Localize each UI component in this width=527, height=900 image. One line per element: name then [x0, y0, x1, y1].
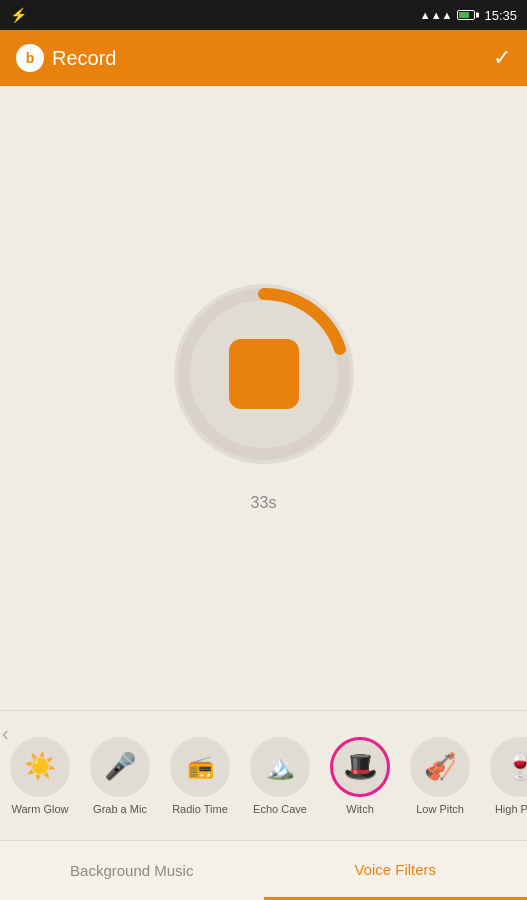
low-pitch-icon-wrap: 🎻	[410, 737, 470, 797]
filter-item-low-pitch[interactable]: 🎻 Low Pitch	[400, 737, 480, 815]
radio-time-icon-wrap: 📻	[170, 737, 230, 797]
app-bar: b Record ✓	[0, 30, 527, 86]
echo-cave-icon-wrap: 🏔️	[250, 737, 310, 797]
witch-label: Witch	[346, 803, 374, 815]
violin-icon: 🎻	[424, 751, 456, 782]
witch-icon-wrap: 🎩	[330, 737, 390, 797]
app-bar-left: b Record	[16, 44, 116, 72]
high-pitch-label: High Pitch	[495, 803, 527, 815]
timer-display: 33s	[251, 494, 277, 512]
landscape-icon: 🏔️	[265, 753, 295, 781]
grab-a-mic-label: Grab a Mic	[93, 803, 147, 815]
sun-icon: ☀️	[24, 751, 56, 782]
status-bar: ⚡ ▲▲▲ 15:35	[0, 0, 527, 30]
filter-item-witch[interactable]: 🎩 Witch	[320, 737, 400, 815]
filter-item-high-pitch[interactable]: 🍷 High Pitch	[480, 737, 527, 815]
status-bar-right: ▲▲▲ 15:35	[420, 8, 517, 23]
filter-item-warm-glow[interactable]: ☀️ Warm Glow	[0, 737, 80, 815]
echo-cave-label: Echo Cave	[253, 803, 307, 815]
grab-a-mic-icon-wrap: 🎤	[90, 737, 150, 797]
filters-row: ☀️ Warm Glow 🎤 Grab a Mic 📻 Radio Time 🏔…	[0, 710, 527, 840]
wifi-icon: ▲▲▲	[420, 9, 453, 21]
witch-hat-icon: 🎩	[343, 750, 378, 783]
record-circle-container	[174, 284, 354, 464]
bottom-tabs: Background Music Voice Filters	[0, 840, 527, 900]
filter-item-grab-a-mic[interactable]: 🎤 Grab a Mic	[80, 737, 160, 815]
mic-icon: 🎤	[104, 751, 136, 782]
battery-icon	[457, 10, 475, 20]
filter-item-echo-cave[interactable]: 🏔️ Echo Cave	[240, 737, 320, 815]
tab-voice-filters[interactable]: Voice Filters	[264, 841, 528, 900]
app-logo: b	[16, 44, 44, 72]
radio-icon: 📻	[187, 754, 214, 780]
high-pitch-icon-wrap: 🍷	[490, 737, 527, 797]
tab-background-music[interactable]: Background Music	[0, 841, 264, 900]
status-bar-left: ⚡	[10, 7, 27, 23]
warm-glow-label: Warm Glow	[11, 803, 68, 815]
confirm-icon[interactable]: ✓	[493, 45, 511, 71]
wine-icon: 🍷	[504, 751, 527, 782]
usb-icon: ⚡	[10, 7, 27, 23]
filter-item-radio-time[interactable]: 📻 Radio Time	[160, 737, 240, 815]
page-title: Record	[52, 47, 116, 70]
time-display: 15:35	[484, 8, 517, 23]
radio-time-label: Radio Time	[172, 803, 228, 815]
low-pitch-label: Low Pitch	[416, 803, 464, 815]
nav-arrow-left[interactable]: ‹	[2, 722, 9, 745]
stop-record-button[interactable]	[229, 339, 299, 409]
main-content: 33s	[0, 86, 527, 710]
warm-glow-icon-wrap: ☀️	[10, 737, 70, 797]
